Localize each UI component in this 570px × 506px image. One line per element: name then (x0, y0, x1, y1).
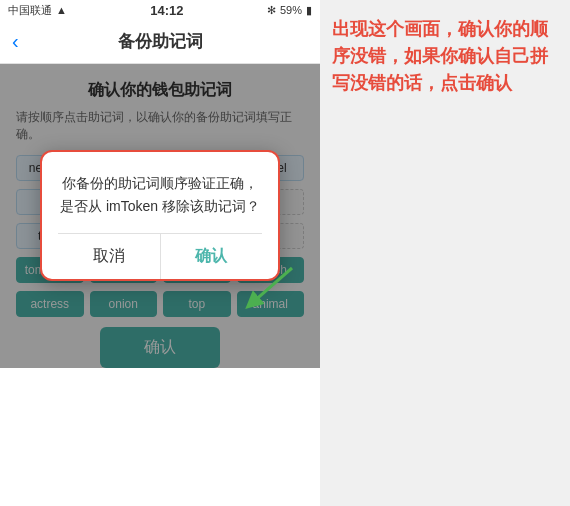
battery-text: 59% (280, 4, 302, 16)
dialog-box: 你备份的助记词顺序验证正确，是否从 imToken 移除该助记词？ 取消 确认 (40, 150, 280, 281)
dialog-cancel-button[interactable]: 取消 (58, 234, 161, 279)
nav-bar: ‹ 备份助记词 (0, 20, 320, 64)
dialog-actions: 取消 确认 (58, 233, 262, 279)
green-arrow-icon (242, 263, 302, 313)
nav-title: 备份助记词 (118, 30, 203, 53)
dialog-overlay: 你备份的助记词顺序验证正确，是否从 imToken 移除该助记词？ 取消 确认 (0, 64, 320, 368)
carrier-text: 中国联通 (8, 3, 52, 18)
time-display: 14:12 (150, 3, 183, 18)
main-content: 确认你的钱包助记词 请按顺序点击助记词，以确认你的备份助记词填写正确。 neph… (0, 64, 320, 368)
status-bar: 中国联通 ▲ 14:12 ✻ 59% ▮ (0, 0, 320, 20)
annotation-panel: 出现这个画面，确认你的顺序没错，如果你确认自己拼写没错的话，点击确认 (320, 0, 570, 506)
wifi-icon: ▲ (56, 4, 67, 16)
back-button[interactable]: ‹ (12, 30, 19, 53)
status-left: 中国联通 ▲ (8, 3, 67, 18)
svg-line-1 (252, 268, 292, 303)
phone-frame: 中国联通 ▲ 14:12 ✻ 59% ▮ ‹ 备份助记词 确认你的钱包助记词 请… (0, 0, 320, 506)
battery-icon: ▮ (306, 4, 312, 17)
dialog-message: 你备份的助记词顺序验证正确，是否从 imToken 移除该助记词？ (58, 172, 262, 217)
annotation-text: 出现这个画面，确认你的顺序没错，如果你确认自己拼写没错的话，点击确认 (332, 16, 558, 97)
status-right: ✻ 59% ▮ (267, 4, 312, 17)
bluetooth-icon: ✻ (267, 4, 276, 17)
